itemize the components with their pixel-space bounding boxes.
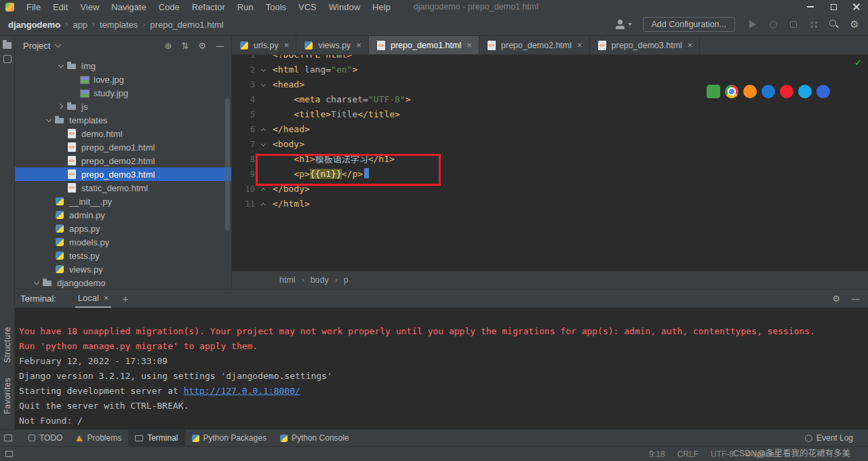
project-stripe-icon[interactable] (3, 42, 12, 49)
tree-item-img[interactable]: img (15, 59, 231, 73)
minimize-button[interactable] (799, 0, 822, 14)
toolwindow-todo[interactable]: TODO (22, 430, 69, 446)
firefox-icon[interactable] (743, 85, 757, 98)
fold-down-icon[interactable] (255, 77, 273, 92)
breadcrumb-app[interactable]: app (73, 20, 87, 30)
tab-prepo-demo3-html[interactable]: prepo_demo3.html× (590, 36, 701, 54)
terminal-tab-local[interactable]: Local × (75, 289, 112, 308)
tree-item-admin-py[interactable]: admin.py (15, 208, 231, 222)
status-left-icon[interactable] (5, 451, 13, 457)
commit-stripe-icon[interactable] (3, 55, 12, 63)
code-line[interactable]: 10</body> (232, 182, 868, 197)
close-tab-icon[interactable]: × (577, 40, 583, 50)
caret-position[interactable]: 9:18 (649, 449, 665, 459)
open-preview-icon[interactable] (707, 85, 720, 98)
fold-up-icon[interactable] (255, 122, 273, 137)
yandex-icon[interactable] (816, 85, 830, 98)
line-ending[interactable]: CRLF (677, 449, 698, 459)
toolwindow-python-console[interactable]: Python Console (273, 430, 356, 446)
profiler-button[interactable] (807, 18, 821, 31)
chevron-down-icon[interactable] (57, 62, 65, 70)
close-button[interactable] (845, 0, 868, 14)
debug-button[interactable] (766, 18, 780, 31)
user-icon[interactable] (615, 20, 625, 29)
close-tab-icon[interactable]: × (356, 40, 361, 50)
tree-item-views-py[interactable]: views.py (15, 262, 231, 276)
favorites-toolwindow-button[interactable]: Favorites (3, 378, 12, 414)
opera-icon[interactable] (780, 85, 793, 98)
stop-button[interactable] (787, 18, 800, 31)
settings-gear-icon[interactable]: ⚙ (848, 18, 861, 31)
tab-urls-py[interactable]: urls.py× (232, 36, 296, 54)
code-line[interactable]: 8 <h1>模板语法学习</h1> (232, 152, 868, 167)
menu-help[interactable]: Help (367, 1, 396, 14)
safari-icon[interactable] (798, 85, 812, 98)
code-line[interactable]: 7<body> (232, 137, 868, 152)
close-tab-icon[interactable]: × (467, 40, 472, 50)
editor-breadcrumb-body[interactable]: body (311, 275, 329, 285)
tab-prepo-demo1-html[interactable]: prepo_demo1.html× (369, 36, 479, 54)
menu-refactor[interactable]: Refactor (186, 1, 231, 14)
code-line[interactable]: 1<!DOCTYPE html> (232, 55, 868, 62)
search-everywhere-icon[interactable] (827, 18, 841, 31)
chevron-right-icon[interactable] (57, 102, 65, 111)
tree-item-love-jpg[interactable]: love.jpg (15, 73, 231, 86)
code-line[interactable]: 6</head> (232, 122, 868, 137)
tab-prepo-demo2-html[interactable]: prepo_demo2.html× (479, 36, 590, 54)
editor-breadcrumb-p[interactable]: p (344, 275, 349, 285)
project-scrollbar[interactable] (225, 98, 230, 230)
tree-item-templates[interactable]: templates (15, 113, 231, 127)
toolwindow-problems[interactable]: Problems (69, 430, 128, 446)
chevron-down-icon[interactable] (55, 41, 62, 48)
project-panel-title[interactable]: Project (23, 41, 50, 51)
maximize-button[interactable] (822, 0, 845, 14)
code-line[interactable]: 11</html> (232, 197, 868, 212)
hide-panel-icon[interactable]: — (216, 41, 224, 51)
menu-code[interactable]: Code (153, 1, 185, 14)
panel-settings-gear-icon[interactable]: ⚙ (198, 41, 206, 51)
menu-vcs[interactable]: VCS (293, 1, 322, 14)
breadcrumb-djangodemo[interactable]: djangodemo (8, 20, 60, 30)
menu-tools[interactable]: Tools (260, 1, 292, 14)
edge-icon[interactable] (762, 85, 775, 98)
new-terminal-icon[interactable]: + (122, 293, 128, 304)
menu-file[interactable]: File (21, 1, 46, 14)
code-line[interactable]: 2<html lang="en"> (232, 62, 868, 77)
breadcrumb-templates[interactable]: templates (100, 20, 138, 30)
breadcrumb-prepo-demo1-html[interactable]: prepo_demo1.html (150, 20, 223, 30)
editor-breadcrumb-html[interactable]: html (279, 275, 296, 285)
close-tab-icon[interactable]: × (688, 40, 693, 50)
code-line[interactable]: 5 <title>Title</title> (232, 107, 868, 122)
tree-item-tests-py[interactable]: tests.py (15, 249, 231, 262)
chevron-down-icon[interactable] (33, 279, 41, 287)
file-encoding[interactable]: UTF-8 (711, 449, 734, 459)
fold-up-icon[interactable] (255, 182, 273, 197)
event-log-button[interactable]: Event Log (798, 433, 860, 443)
close-terminal-tab-icon[interactable]: × (104, 293, 109, 303)
tab-views-py[interactable]: views.py× (296, 36, 369, 54)
structure-toolwindow-button[interactable]: Structure (3, 327, 12, 363)
server-url-link[interactable]: http://127.0.0.1:8000/ (184, 386, 300, 396)
chevron-down-icon[interactable] (45, 116, 53, 124)
menu-window[interactable]: Window (323, 1, 366, 14)
tree-item-demo-html[interactable]: demo.html (15, 127, 231, 140)
tree-item-prepo-demo1-html[interactable]: prepo_demo1.html (15, 140, 231, 154)
menu-view[interactable]: View (75, 1, 104, 14)
minimize-terminal-icon[interactable]: — (851, 294, 860, 304)
run-button[interactable] (746, 18, 760, 31)
chrome-icon[interactable] (725, 85, 738, 98)
terminal-output[interactable]: You have 18 unapplied migration(s). Your… (15, 308, 868, 429)
menu-edit[interactable]: Edit (47, 1, 73, 14)
toolwindow-python-packages[interactable]: Python Packages (185, 430, 273, 446)
fold-down-icon[interactable] (255, 62, 273, 77)
fold-up-icon[interactable] (255, 197, 273, 212)
tree-item-static-demo-html[interactable]: static_demo.html (15, 181, 231, 195)
toolwindow-switcher-icon[interactable] (4, 435, 12, 441)
tree-item-apps-py[interactable]: apps.py (15, 222, 231, 235)
editor[interactable]: 1<!DOCTYPE html>2<html lang="en">3<head>… (232, 55, 868, 270)
tree-item-prepo-demo3-html[interactable]: prepo_demo3.html (15, 167, 231, 181)
locate-file-icon[interactable]: ⊕ (165, 41, 172, 51)
menu-run[interactable]: Run (232, 1, 259, 14)
menu-navigate[interactable]: Navigate (106, 1, 151, 14)
add-configuration-button[interactable]: Add Configuration... (643, 17, 736, 32)
